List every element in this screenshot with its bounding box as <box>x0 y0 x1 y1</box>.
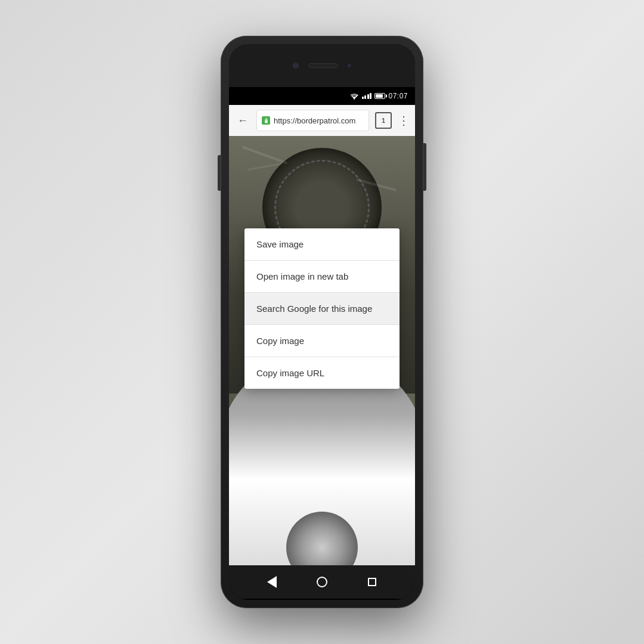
address-bar: ← https://borderpatrol.com 1 ⋮ <box>229 105 415 136</box>
wheel-hub <box>286 512 358 565</box>
context-menu: Save image Open image in new tab Search … <box>244 228 400 389</box>
copy-image-url-menu-item[interactable]: Copy image URL <box>244 357 400 389</box>
overflow-menu-button[interactable]: ⋮ <box>398 114 409 126</box>
android-home-button[interactable] <box>313 573 331 591</box>
svg-point-0 <box>354 98 355 99</box>
sensor <box>348 64 351 67</box>
android-recents-button[interactable] <box>363 573 381 591</box>
phone-device: 07:07 ← https://borderpatrol.com 1 <box>221 36 423 608</box>
screen: 07:07 ← https://borderpatrol.com 1 <box>229 87 415 600</box>
url-bar[interactable]: https://borderpatrol.com <box>256 110 369 131</box>
lock-svg <box>264 118 269 123</box>
lock-icon <box>262 116 270 125</box>
android-recents-icon <box>368 578 376 586</box>
url-text: https://borderpatrol.com <box>274 116 364 125</box>
android-back-button[interactable] <box>263 573 281 591</box>
webpage-content: Save image Open image in new tab Search … <box>229 136 415 565</box>
android-home-icon <box>317 577 327 587</box>
save-image-menu-item[interactable]: Save image <box>244 228 400 261</box>
battery-icon <box>374 93 385 99</box>
copy-image-menu-item[interactable]: Copy image <box>244 325 400 357</box>
status-bar: 07:07 <box>229 87 415 105</box>
back-button[interactable]: ← <box>235 112 250 129</box>
search-google-menu-item[interactable]: Search Google for this image <box>244 293 400 325</box>
wifi-icon <box>349 92 359 100</box>
phone-top-bar <box>229 44 415 87</box>
front-camera <box>293 63 299 69</box>
android-nav-bar <box>229 565 415 599</box>
status-time: 07:07 <box>388 92 408 100</box>
phone-inner: 07:07 ← https://borderpatrol.com 1 <box>229 44 415 600</box>
status-icons: 07:07 <box>349 92 408 100</box>
android-back-icon <box>267 576 277 588</box>
tabs-button[interactable]: 1 <box>375 112 392 129</box>
earpiece <box>308 63 338 68</box>
signal-icon <box>362 93 372 99</box>
tabs-count: 1 <box>382 117 385 124</box>
svg-rect-1 <box>265 120 268 123</box>
open-new-tab-menu-item[interactable]: Open image in new tab <box>244 261 400 293</box>
